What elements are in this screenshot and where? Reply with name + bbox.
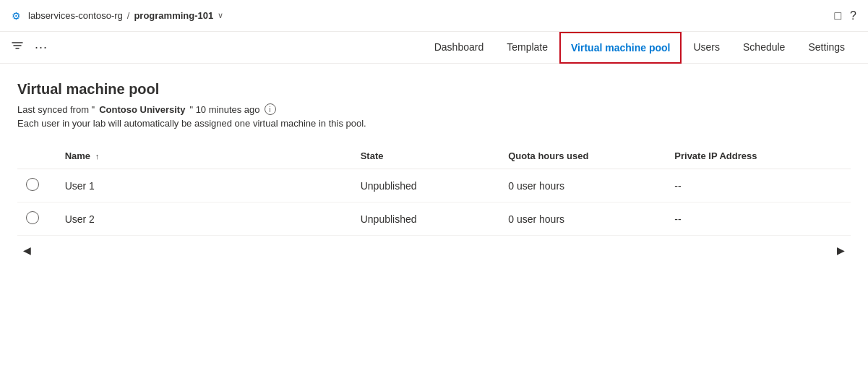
- row-1-name: User 1: [56, 169, 352, 203]
- col-header-state[interactable]: State: [352, 143, 500, 169]
- row-2-state: Unpublished: [352, 203, 500, 236]
- help-icon[interactable]: ?: [850, 9, 856, 22]
- more-options-icon[interactable]: ···: [35, 40, 48, 55]
- vm-pool-table-container: Name ↑ State Quota hours used Private IP…: [17, 143, 851, 259]
- breadcrumb-part1[interactable]: labservices-contoso-rg: [28, 10, 123, 21]
- breadcrumb-dropdown-icon[interactable]: ∨: [218, 11, 223, 20]
- sub-info: Each user in your lab will automatically…: [17, 118, 851, 129]
- radio-1[interactable]: [26, 178, 39, 191]
- top-bar: ⚙ labservices-contoso-rg / programming-1…: [0, 0, 868, 32]
- tab-users[interactable]: Users: [682, 32, 731, 64]
- tab-dashboard[interactable]: Dashboard: [423, 32, 496, 64]
- tab-template[interactable]: Template: [495, 32, 559, 64]
- col-header-ip[interactable]: Private IP Address: [666, 143, 851, 169]
- resource-icon: ⚙: [12, 10, 21, 22]
- row-2-ip: --: [666, 203, 851, 236]
- sync-university: Contoso University: [99, 104, 185, 115]
- row-1-quota: 0 user hours: [499, 169, 666, 203]
- sync-text-suffix: " 10 minutes ago: [189, 104, 259, 115]
- sort-arrow-name[interactable]: ↑: [95, 152, 100, 161]
- page-title: Virtual machine pool: [17, 81, 851, 98]
- breadcrumb-separator: /: [127, 10, 130, 21]
- row-2-quota: 0 user hours: [499, 203, 666, 236]
- table-row: User 2 Unpublished 0 user hours --: [17, 203, 851, 236]
- nav-tabs: Dashboard Template Virtual machine pool …: [423, 32, 856, 64]
- main-content: Virtual machine pool Last synced from "C…: [0, 64, 868, 366]
- monitor-icon[interactable]: □: [834, 9, 841, 22]
- row-2-checkbox[interactable]: [17, 203, 56, 236]
- radio-2[interactable]: [26, 211, 39, 224]
- breadcrumb: ⚙ labservices-contoso-rg / programming-1…: [12, 10, 223, 22]
- sync-text-prefix: Last synced from ": [17, 104, 95, 115]
- vm-pool-table: Name ↑ State Quota hours used Private IP…: [17, 143, 851, 236]
- col-header-quota[interactable]: Quota hours used: [499, 143, 666, 169]
- row-1-ip: --: [666, 169, 851, 203]
- scroll-right-button[interactable]: ▶: [831, 242, 851, 259]
- table-row: User 1 Unpublished 0 user hours --: [17, 169, 851, 203]
- row-2-name: User 2: [56, 203, 352, 236]
- scroll-controls: ◀ ▶: [17, 236, 851, 259]
- tab-schedule[interactable]: Schedule: [731, 32, 796, 64]
- info-icon[interactable]: i: [265, 103, 276, 115]
- scroll-left-button[interactable]: ◀: [17, 242, 37, 259]
- filter-icon[interactable]: [12, 41, 23, 55]
- top-bar-icons: □ ?: [834, 9, 856, 22]
- tab-vm-pool[interactable]: Virtual machine pool: [559, 32, 682, 64]
- toolbar-left: ···: [12, 40, 48, 55]
- col-header-checkbox: [17, 143, 56, 169]
- row-1-checkbox[interactable]: [17, 169, 56, 203]
- breadcrumb-part2[interactable]: programming-101: [134, 10, 213, 21]
- tab-settings[interactable]: Settings: [796, 32, 856, 64]
- sync-info: Last synced from "Contoso University" 10…: [17, 103, 851, 115]
- row-1-state: Unpublished: [352, 169, 500, 203]
- table-header-row: Name ↑ State Quota hours used Private IP…: [17, 143, 851, 169]
- toolbar: ··· Dashboard Template Virtual machine p…: [0, 32, 868, 64]
- col-header-name[interactable]: Name ↑: [56, 143, 352, 169]
